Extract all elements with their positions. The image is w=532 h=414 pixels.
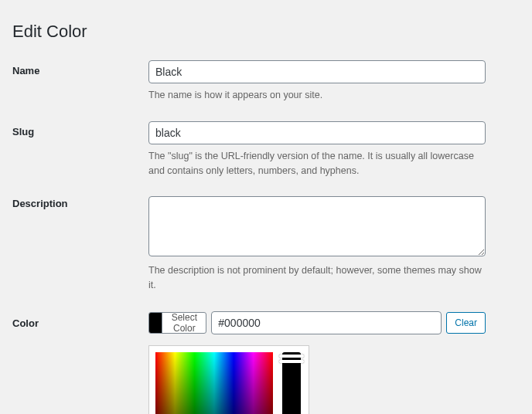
slug-row: Slug The "slug" is the URL-friendly vers…: [12, 121, 520, 178]
select-color-label: Select Color: [162, 312, 206, 334]
slug-input[interactable]: [148, 121, 486, 144]
description-label: Description: [12, 196, 148, 209]
color-swatch: [149, 312, 162, 334]
color-label: Color: [12, 311, 148, 329]
color-picker-panel: [148, 345, 309, 414]
slider-thumb[interactable]: [279, 355, 304, 358]
slug-description: The "slug" is the URL-friendly version o…: [148, 149, 486, 178]
name-description: The name is how it appears on your site.: [148, 88, 486, 103]
description-description: The description is not prominent by defa…: [148, 263, 486, 293]
description-row: Description The description is not promi…: [12, 196, 520, 293]
slug-label: Slug: [12, 121, 148, 137]
select-color-button[interactable]: Select Color: [148, 312, 206, 334]
color-row: Color Select Color Clear: [12, 311, 520, 414]
page-title: Edit Color: [12, 22, 520, 42]
name-label: Name: [12, 60, 148, 76]
clear-color-button[interactable]: Clear: [446, 312, 486, 334]
color-value-slider[interactable]: [282, 352, 301, 414]
name-row: Name The name is how it appears on your …: [12, 60, 520, 103]
color-hex-input[interactable]: [211, 311, 442, 334]
color-saturation-area[interactable]: [155, 352, 273, 414]
name-input[interactable]: [148, 60, 486, 83]
slider-thumb[interactable]: [279, 360, 304, 363]
description-textarea[interactable]: [148, 196, 486, 256]
